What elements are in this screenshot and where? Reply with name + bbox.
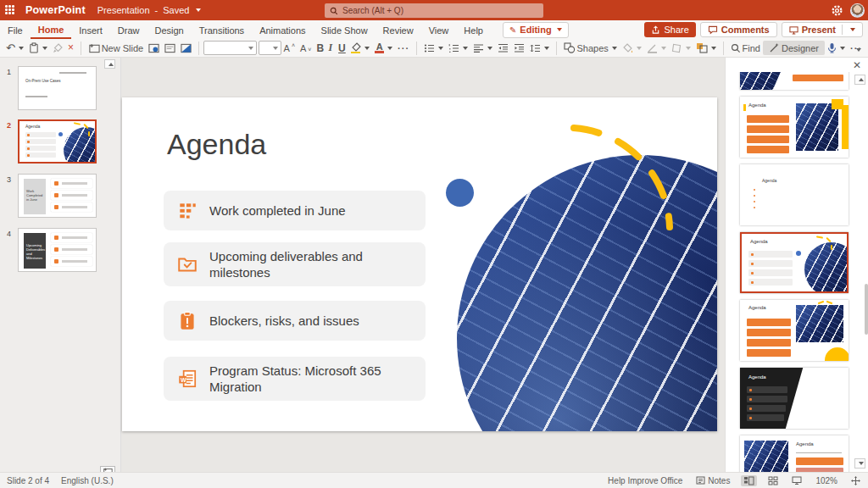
design-suggestion-2[interactable]: Agenda <box>740 97 849 158</box>
tab-design[interactable]: Design <box>147 22 191 38</box>
normal-view-button[interactable] <box>741 475 757 486</box>
designer-scroll-up-button[interactable] <box>854 75 865 85</box>
slide-1-thumbnail[interactable]: On-Prem Use Cases <box>18 66 97 110</box>
font-size-select[interactable] <box>259 41 281 55</box>
reset-slide-button[interactable] <box>162 42 178 55</box>
more-font-options-button[interactable]: ··· <box>395 42 412 55</box>
document-title-menu[interactable]: Presentation - Saved <box>97 5 202 15</box>
highlight-color-button[interactable] <box>348 41 372 55</box>
design-suggestion-7[interactable]: Agenda <box>740 435 849 472</box>
search-box[interactable] <box>325 3 543 18</box>
agenda-item-4[interactable]: W Program Status: Microsoft 365 Migratio… <box>164 357 426 401</box>
slide-sorter-view-button[interactable] <box>765 475 781 486</box>
blue-circle-shape[interactable] <box>446 179 474 207</box>
format-painter-button[interactable] <box>50 42 65 55</box>
zoom-level-button[interactable]: 102% <box>813 475 840 486</box>
slideshow-view-button[interactable] <box>789 475 804 486</box>
decrease-indent-button[interactable] <box>495 42 511 55</box>
search-input[interactable] <box>342 6 538 15</box>
chevron-down-icon <box>19 47 24 50</box>
bullets-button[interactable] <box>421 42 446 55</box>
font-color-button[interactable]: A <box>372 41 395 55</box>
tab-insert[interactable]: Insert <box>71 22 110 38</box>
tab-draw[interactable]: Draw <box>110 22 147 38</box>
home-command-bar: ↶ × New Slide A˄ A˅ B I U A ·· <box>0 39 868 58</box>
design-suggestion-3[interactable]: Agenda <box>740 164 849 225</box>
language-selector[interactable]: English (U.S.) <box>61 476 114 485</box>
close-designer-icon[interactable]: ✕ <box>853 59 861 71</box>
undo-button[interactable]: ↶ <box>3 41 26 55</box>
designer-scroll-down-button[interactable] <box>854 458 865 469</box>
tab-help[interactable]: Help <box>456 22 491 38</box>
design-suggestion-4-selected[interactable]: Agenda <box>740 232 849 293</box>
solar-panel-image-circle[interactable] <box>457 155 717 431</box>
tab-file[interactable]: File <box>0 22 31 38</box>
slide-2-editing-surface[interactable]: Agenda Work completed in June Upcoming d… <box>122 97 717 431</box>
tab-animations[interactable]: Animations <box>252 22 313 38</box>
deco <box>793 75 843 81</box>
align-button[interactable] <box>470 42 495 55</box>
editing-mode-dropdown[interactable]: ✎ Editing <box>503 22 569 38</box>
delete-button[interactable]: × <box>65 41 76 55</box>
slide-3-thumbnail[interactable]: Work Completed in June <box>18 174 97 218</box>
paste-button[interactable] <box>26 41 50 55</box>
chevron-down-icon <box>463 47 468 50</box>
deco <box>832 99 843 109</box>
slide-title-textbox[interactable]: Agenda <box>167 128 266 161</box>
tab-home[interactable]: Home <box>31 21 72 39</box>
slide-2-thumbnail[interactable]: Agenda <box>18 119 97 164</box>
settings-gear-icon[interactable] <box>831 4 843 17</box>
tab-transitions[interactable]: Transitions <box>192 22 252 38</box>
shrink-font-button[interactable]: A˅ <box>298 42 314 55</box>
account-avatar[interactable] <box>850 3 865 18</box>
help-improve-office-link[interactable]: Help Improve Office <box>605 475 685 486</box>
designer-toggle-button[interactable]: Designer <box>763 41 825 55</box>
line-spacing-button[interactable] <box>527 42 552 55</box>
deco <box>747 136 789 143</box>
design-suggestion-5[interactable]: Agenda <box>740 300 849 361</box>
section-button[interactable] <box>178 42 194 55</box>
thumbnails-scroll-up-button[interactable] <box>104 59 115 69</box>
tab-view[interactable]: View <box>421 22 457 38</box>
bold-button[interactable]: B <box>314 41 326 56</box>
shapes-icon <box>564 42 576 53</box>
app-launcher-button[interactable] <box>0 0 20 20</box>
designer-scrollbar-thumb[interactable] <box>865 284 868 335</box>
new-slide-button[interactable]: New Slide <box>86 42 147 55</box>
arrange-button[interactable] <box>693 41 719 55</box>
tab-slideshow[interactable]: Slide Show <box>314 22 376 38</box>
designer-wand-icon <box>769 42 780 53</box>
deco: Upcoming Deliverables and Milestones <box>24 233 46 269</box>
fit-to-window-button[interactable] <box>849 475 863 486</box>
design-agenda-label: Agenda <box>748 374 766 380</box>
thumb-title-text: Upcoming Deliverables and Milestones <box>26 243 43 260</box>
increase-indent-button[interactable] <box>511 42 527 55</box>
present-button[interactable]: Present <box>782 22 863 37</box>
grow-font-button[interactable]: A˄ <box>281 42 298 55</box>
notes-toggle-button[interactable]: Notes <box>693 475 732 486</box>
agenda-item-1[interactable]: Work completed in June <box>164 191 426 230</box>
find-button[interactable]: Find <box>728 42 763 55</box>
collapse-ribbon-chevron[interactable] <box>856 48 861 52</box>
slide-layout-button[interactable] <box>146 42 162 55</box>
chevron-down-icon <box>557 28 562 31</box>
agenda-item-2[interactable]: Upcoming deliverables and milestones <box>164 242 426 286</box>
grow-font-label: A <box>284 43 290 53</box>
tab-review[interactable]: Review <box>376 22 421 38</box>
share-button[interactable]: Share <box>644 22 695 37</box>
dictate-button[interactable] <box>825 41 848 55</box>
present-label: Present <box>802 25 836 35</box>
shapes-button[interactable]: Shapes <box>561 41 620 55</box>
underline-button[interactable]: U <box>336 41 348 56</box>
slide-4-thumbnail[interactable]: Upcoming Deliverables and Milestones <box>18 228 97 272</box>
comments-button[interactable]: Comments <box>700 22 777 37</box>
shape-effects-button[interactable] <box>669 42 693 55</box>
numbering-button[interactable] <box>446 42 470 55</box>
shape-fill-button[interactable] <box>620 42 644 55</box>
italic-button[interactable]: I <box>326 40 336 56</box>
font-name-select[interactable] <box>203 41 257 55</box>
deco <box>51 257 92 266</box>
shape-outline-button[interactable] <box>644 42 669 55</box>
design-suggestion-6[interactable]: Agenda <box>740 368 849 429</box>
agenda-item-3[interactable]: Blockers, risks, and issues <box>164 301 426 341</box>
